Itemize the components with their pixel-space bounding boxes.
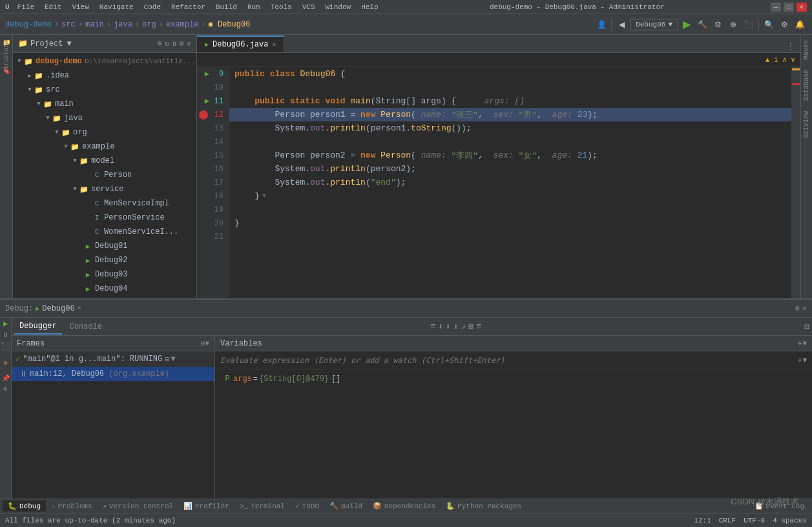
menu-window[interactable]: Window xyxy=(320,2,357,12)
filter-frames-btn[interactable]: ⊟ xyxy=(201,339,205,347)
bottom-tab-profiler[interactable]: 📊 Profiler xyxy=(178,501,234,512)
panel-tool-settings[interactable]: ⚙ xyxy=(180,39,184,48)
editor-scrollbar[interactable] xyxy=(791,67,800,298)
step-over-list[interactable]: ≡ xyxy=(430,322,435,331)
thread-filter-btn[interactable]: ⊟ xyxy=(165,355,169,364)
restore-layout-btn[interactable]: ⊡ xyxy=(804,322,809,332)
add-eval-btn[interactable]: + xyxy=(797,355,802,366)
eval-input[interactable] xyxy=(220,356,797,365)
tree-item-debug02[interactable]: ▶ Debug02 xyxy=(13,253,196,267)
debug-tab-close[interactable]: × xyxy=(78,305,81,312)
bottom-tab-dependencies[interactable]: 📦 Dependencies xyxy=(368,501,441,512)
tab-overflow-button[interactable]: ⋮ xyxy=(781,41,800,52)
bottom-tab-python[interactable]: 🐍 Python Packages xyxy=(441,501,526,512)
menu-view[interactable]: View xyxy=(67,2,94,12)
structure-icon[interactable]: Structure xyxy=(1,52,12,62)
breadcrumb-org[interactable]: org xyxy=(142,20,156,29)
add-watch-btn[interactable]: + xyxy=(797,338,802,349)
fold-button-18[interactable]: ▼ xyxy=(262,192,266,200)
coverage-button[interactable]: ⚙ xyxy=(711,17,725,32)
tree-item-example[interactable]: ▼ 📁 example xyxy=(13,140,196,154)
database-tab[interactable]: Database xyxy=(803,67,810,103)
build-button[interactable]: 🔨 xyxy=(695,17,709,32)
panel-tool-add[interactable]: ⊕ xyxy=(158,39,162,48)
line-ending[interactable]: CRLF xyxy=(719,517,736,524)
menu-tools[interactable]: Tools xyxy=(265,2,297,12)
trace-btn[interactable]: ≡ xyxy=(476,322,481,331)
close-button[interactable]: ✕ xyxy=(796,3,807,12)
step-into-btn[interactable]: ⬇ xyxy=(438,322,443,332)
gutter-12[interactable]: 12 xyxy=(198,108,229,121)
breadcrumb-main[interactable]: main xyxy=(85,20,104,29)
debug-settings-btn[interactable]: ⚙ xyxy=(795,304,800,313)
menu-run[interactable]: Run xyxy=(242,2,265,12)
menu-help[interactable]: Help xyxy=(356,2,383,12)
encoding[interactable]: UTF-8 xyxy=(744,517,765,524)
menu-refactor[interactable]: Refactor xyxy=(166,2,211,12)
notifications-button[interactable]: 🔔 xyxy=(793,17,807,32)
maven-tab[interactable]: Maven xyxy=(803,37,810,62)
menu-build[interactable]: Build xyxy=(211,2,242,12)
breadcrumb-file[interactable]: ◉ Debug06 xyxy=(209,19,251,29)
tree-item-person-service[interactable]: I PersonService xyxy=(13,211,196,225)
minimize-button[interactable]: ─ xyxy=(771,3,781,12)
breadcrumb-src[interactable]: src xyxy=(61,20,76,29)
menu-navigate[interactable]: Navigate xyxy=(94,2,139,12)
tab-debug06[interactable]: ▶ Debug06.java ✕ xyxy=(197,36,284,52)
debugger-tab[interactable]: Debugger xyxy=(14,319,62,335)
panel-tool-close[interactable]: ✕ xyxy=(187,39,191,48)
breadcrumb-java[interactable]: java xyxy=(114,20,132,29)
profile-button[interactable]: 👤 xyxy=(594,17,609,32)
force-step-into[interactable]: ⬇ xyxy=(446,322,451,332)
bottom-tab-build[interactable]: 🔨 Build xyxy=(324,501,368,512)
tree-item-idea[interactable]: ▶ 📁 .idea xyxy=(13,68,196,83)
search-button[interactable]: 🔍 xyxy=(762,17,776,32)
tree-item-service[interactable]: ▼ 📁 service xyxy=(13,182,196,196)
bottom-tab-debug[interactable]: 🐛 Debug xyxy=(3,501,46,512)
warning-indicator[interactable]: ▲ 1 ∧ ∨ xyxy=(765,56,795,64)
debug-close-btn[interactable]: ✕ xyxy=(802,304,807,313)
step-out-btn[interactable]: ⬆ xyxy=(453,322,459,332)
menu-code[interactable]: Code xyxy=(139,2,166,12)
console-tab[interactable]: Console xyxy=(65,320,107,334)
evaluate-btn[interactable]: ⊞ xyxy=(468,322,474,332)
bottom-tab-todo[interactable]: ✓ TODO xyxy=(290,501,324,512)
frames-dropdown-btn[interactable]: ▼ xyxy=(205,340,209,347)
tree-item-person[interactable]: C Person xyxy=(13,168,196,182)
menu-file[interactable]: File xyxy=(12,2,39,12)
tree-item-debug01[interactable]: ▶ Debug01 xyxy=(13,239,196,253)
tree-item-java[interactable]: ▼ 📁 java xyxy=(13,111,196,125)
eval-dropdown-btn[interactable]: ▼ xyxy=(802,356,807,364)
tree-item-model[interactable]: ▼ 📁 model xyxy=(13,154,196,168)
menu-vcs[interactable]: VCS xyxy=(297,2,320,12)
indent[interactable]: 4 spaces xyxy=(773,517,807,524)
run-button[interactable]: ▶ xyxy=(680,17,694,32)
stop-button[interactable]: ⬛ xyxy=(742,17,756,32)
bottom-tab-version-control[interactable]: ↗ Version Control xyxy=(97,501,178,512)
tree-item-men-service[interactable]: C MenServiceImpl xyxy=(13,196,196,211)
tree-item-debug04[interactable]: ▶ Debug04 xyxy=(13,282,196,296)
pin-btn[interactable]: 📌 xyxy=(2,375,10,382)
tree-item-org[interactable]: ▼ 📁 org xyxy=(13,125,196,140)
frame-item-selected[interactable]: ⏸ main:12, Debug06 (org.example) xyxy=(12,367,214,381)
bottom-tab-terminal[interactable]: >_ Terminal xyxy=(234,501,290,512)
settings-button[interactable]: ⚙ xyxy=(777,17,791,32)
tree-item-debug03[interactable]: ▶ Debug03 xyxy=(13,267,196,282)
cursor-position[interactable]: 12:1 xyxy=(694,517,711,524)
more-run-button[interactable]: ⊕ xyxy=(726,17,740,32)
tab-close-button[interactable]: ✕ xyxy=(272,41,276,48)
thread-expand-btn[interactable]: ▼ xyxy=(171,355,176,364)
run-config-selector[interactable]: Debug06 ▼ xyxy=(630,19,678,30)
breadcrumb-project[interactable]: debug-demo xyxy=(5,20,52,29)
tree-item-root[interactable]: ▼ 📁 debug-demo D:\IdeaProjects\untitle..… xyxy=(13,54,196,68)
tree-item-main[interactable]: ▼ 📁 main xyxy=(13,97,196,111)
settings-debug-btn[interactable]: ⚙ xyxy=(3,385,7,393)
expand-watches-btn[interactable]: ▼ xyxy=(802,340,807,347)
breadcrumb-example[interactable]: example xyxy=(166,20,198,29)
debug-tab-name[interactable]: Debug06 xyxy=(39,304,77,313)
resume-btn[interactable]: ▶ xyxy=(3,319,8,329)
run-to-cursor[interactable]: ↗ xyxy=(461,322,466,332)
pause-btn[interactable]: ⏸ xyxy=(3,331,9,339)
stop-debug-btn[interactable]: ⬛ xyxy=(1,342,10,351)
panel-tool-sync[interactable]: ↻ xyxy=(165,39,169,48)
